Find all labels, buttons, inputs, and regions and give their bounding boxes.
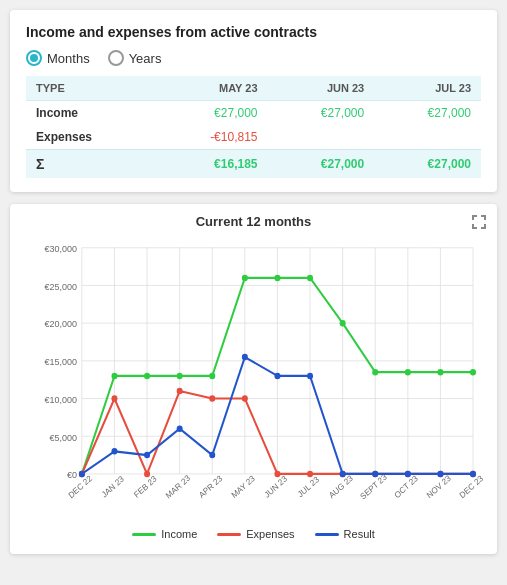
svg-text:€0: €0 <box>67 470 77 480</box>
expenses-legend-label: Expenses <box>246 528 294 540</box>
svg-point-77 <box>177 425 183 431</box>
svg-point-79 <box>242 354 248 360</box>
svg-text:OCT 23: OCT 23 <box>392 473 420 500</box>
svg-point-80 <box>274 373 280 379</box>
svg-point-64 <box>177 388 183 394</box>
svg-text:DEC 23: DEC 23 <box>457 473 483 501</box>
svg-text:MAR 23: MAR 23 <box>164 472 193 500</box>
expenses-may: -€10,815 <box>154 125 267 150</box>
svg-point-65 <box>209 395 215 401</box>
svg-point-53 <box>242 275 248 281</box>
svg-point-83 <box>372 471 378 477</box>
income-line-swatch <box>132 533 156 536</box>
svg-point-82 <box>340 471 346 477</box>
col-jun: JUN 23 <box>268 76 375 101</box>
sum-label: Σ <box>26 150 154 179</box>
svg-point-63 <box>144 471 150 477</box>
svg-point-52 <box>209 373 215 379</box>
view-toggle: Months Years <box>26 50 481 66</box>
months-radio-circle[interactable] <box>26 50 42 66</box>
svg-point-78 <box>209 452 215 458</box>
line-chart: €0€5,000€10,000€15,000€20,000€25,000€30,… <box>24 237 483 517</box>
months-label: Months <box>47 51 90 66</box>
svg-text:€30,000: €30,000 <box>44 244 76 254</box>
svg-point-84 <box>405 471 411 477</box>
income-expenses-card: Income and expenses from active contract… <box>10 10 497 192</box>
expenses-type: Expenses <box>26 125 154 150</box>
svg-point-50 <box>144 373 150 379</box>
svg-point-49 <box>111 373 117 379</box>
income-jun: €27,000 <box>268 101 375 126</box>
svg-text:NOV 23: NOV 23 <box>425 473 453 501</box>
svg-text:€5,000: €5,000 <box>49 432 76 442</box>
chart-card: Current 12 months €0€5,000€10,000€15,000… <box>10 204 497 554</box>
legend-income: Income <box>132 528 197 540</box>
card-title: Income and expenses from active contract… <box>26 24 481 40</box>
svg-text:JAN 23: JAN 23 <box>100 473 126 499</box>
svg-point-81 <box>307 373 313 379</box>
chart-title: Current 12 months <box>24 214 483 229</box>
svg-point-85 <box>437 471 443 477</box>
result-line-swatch <box>315 533 339 536</box>
table-header-row: TYPE MAY 23 JUN 23 JUL 23 <box>26 76 481 101</box>
svg-text:€25,000: €25,000 <box>44 281 76 291</box>
svg-rect-1 <box>472 215 474 220</box>
legend-expenses: Expenses <box>217 528 294 540</box>
svg-point-60 <box>470 369 476 375</box>
svg-text:€15,000: €15,000 <box>44 357 76 367</box>
sum-jul: €27,000 <box>374 150 481 179</box>
svg-point-54 <box>274 275 280 281</box>
income-jul: €27,000 <box>374 101 481 126</box>
svg-point-51 <box>177 373 183 379</box>
income-row: Income €27,000 €27,000 €27,000 <box>26 101 481 126</box>
svg-point-58 <box>405 369 411 375</box>
col-jul: JUL 23 <box>374 76 481 101</box>
svg-point-76 <box>144 452 150 458</box>
svg-text:FEB 23: FEB 23 <box>132 473 159 500</box>
svg-text:AUG 23: AUG 23 <box>327 473 355 501</box>
col-type: TYPE <box>26 76 154 101</box>
svg-point-62 <box>111 395 117 401</box>
expenses-line-swatch <box>217 533 241 536</box>
sum-row: Σ €16,185 €27,000 €27,000 <box>26 150 481 179</box>
svg-point-59 <box>437 369 443 375</box>
years-radio-circle[interactable] <box>108 50 124 66</box>
svg-point-66 <box>242 395 248 401</box>
income-type: Income <box>26 101 154 126</box>
legend-result: Result <box>315 528 375 540</box>
expenses-row: Expenses -€10,815 <box>26 125 481 150</box>
svg-point-56 <box>340 320 346 326</box>
svg-point-86 <box>470 471 476 477</box>
expenses-jun <box>268 125 375 150</box>
svg-point-68 <box>307 471 313 477</box>
months-radio[interactable]: Months <box>26 50 90 66</box>
svg-rect-5 <box>472 224 474 229</box>
sum-jun: €27,000 <box>268 150 375 179</box>
svg-text:MAY 23: MAY 23 <box>229 473 257 500</box>
svg-text:JUL 23: JUL 23 <box>296 474 322 500</box>
col-may: MAY 23 <box>154 76 267 101</box>
years-label: Years <box>129 51 162 66</box>
svg-point-75 <box>111 448 117 454</box>
svg-text:€20,000: €20,000 <box>44 319 76 329</box>
svg-point-67 <box>274 471 280 477</box>
svg-point-74 <box>79 471 85 477</box>
income-legend-label: Income <box>161 528 197 540</box>
chart-legend: Income Expenses Result <box>24 528 483 540</box>
years-radio[interactable]: Years <box>108 50 162 66</box>
svg-rect-7 <box>484 224 486 229</box>
svg-point-55 <box>307 275 313 281</box>
svg-rect-3 <box>484 215 486 220</box>
expand-icon[interactable] <box>471 214 487 230</box>
result-legend-label: Result <box>344 528 375 540</box>
svg-text:€10,000: €10,000 <box>44 395 76 405</box>
expenses-jul <box>374 125 481 150</box>
income-expenses-table: TYPE MAY 23 JUN 23 JUL 23 Income €27,000… <box>26 76 481 178</box>
svg-text:APR 23: APR 23 <box>197 473 225 500</box>
svg-point-57 <box>372 369 378 375</box>
sum-may: €16,185 <box>154 150 267 179</box>
income-may: €27,000 <box>154 101 267 126</box>
svg-text:JUN 23: JUN 23 <box>262 473 289 500</box>
